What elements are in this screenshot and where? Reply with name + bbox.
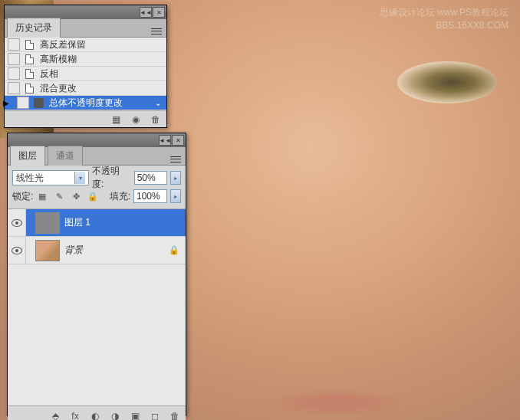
layer-list: 图层 1 背景 🔒	[8, 209, 186, 405]
blend-mode-value: 线性光	[16, 172, 44, 185]
close-button[interactable]: ✕	[153, 7, 165, 18]
blend-mode-select[interactable]: 线性光 ▾	[12, 170, 89, 185]
history-item[interactable]: 高反差保留	[5, 38, 166, 52]
delete-icon[interactable]: 🗑	[150, 113, 162, 126]
collapse-button[interactable]: ◄◄	[159, 135, 171, 146]
dropdown-arrow-icon: ▾	[74, 172, 85, 184]
history-item-selected[interactable]: ▶ 总体不透明度更改 ⌄	[5, 96, 166, 110]
layer-item-selected[interactable]: 图层 1	[8, 209, 186, 237]
history-source-checkbox[interactable]	[8, 67, 20, 80]
chevron-down-icon[interactable]: ⌄	[153, 99, 163, 107]
new-snapshot-icon[interactable]: ◉	[130, 113, 142, 126]
layer-name-label: 图层 1	[64, 216, 91, 229]
layer-controls: 线性光 ▾ 不透明度: 50% ▸ 锁定: ▦ ✎ ✥ 🔒 填充: 100% ▸	[8, 166, 186, 209]
link-layers-icon[interactable]: ⬘	[49, 410, 61, 421]
create-document-icon[interactable]: ▦	[110, 113, 122, 126]
history-tab-bar: 历史记录	[5, 19, 166, 38]
fill-slider-button[interactable]: ▸	[170, 189, 181, 203]
layers-tab-bar: 图层 通道	[8, 147, 186, 166]
group-icon[interactable]: ▣	[129, 410, 141, 421]
lock-transparent-icon[interactable]: ▦	[36, 190, 48, 202]
tab-layers[interactable]: 图层	[10, 146, 45, 166]
history-step-label: 高斯模糊	[40, 53, 77, 66]
history-source-checkbox[interactable]	[8, 82, 20, 94]
panel-menu-icon[interactable]	[150, 26, 163, 37]
visibility-toggle[interactable]	[8, 209, 26, 236]
lock-label: 锁定:	[12, 190, 33, 203]
lock-icon: 🔒	[169, 245, 179, 255]
new-layer-icon[interactable]: ◻	[149, 410, 161, 421]
history-list: 高反差保留 高斯模糊 反相 混合更改 ▶ 总体不透明度更改 ⌄	[5, 38, 166, 110]
collapse-button[interactable]: ◄◄	[140, 7, 152, 18]
tab-channels[interactable]: 通道	[48, 146, 83, 166]
lock-buttons: ▦ ✎ ✥ 🔒	[36, 190, 99, 202]
lock-position-icon[interactable]: ✥	[70, 190, 82, 202]
close-button[interactable]: ✕	[172, 135, 184, 146]
tab-history[interactable]: 历史记录	[7, 18, 61, 38]
history-footer: ▦ ◉ 🗑	[5, 110, 166, 127]
visibility-toggle[interactable]	[8, 237, 26, 264]
opacity-input[interactable]: 50%	[134, 171, 168, 185]
step-icon	[25, 40, 34, 50]
layer-item[interactable]: 背景 🔒	[8, 237, 186, 264]
lock-pixels-icon[interactable]: ✎	[53, 190, 65, 202]
layers-panel: ◄◄ ✕ 图层 通道 线性光 ▾ 不透明度: 50% ▸ 锁定: ▦ ✎ ✥ 🔒…	[7, 133, 186, 416]
layer-mask-icon[interactable]: ◐	[89, 410, 101, 421]
opacity-label: 不透明度:	[92, 165, 131, 191]
layer-thumbnail[interactable]	[35, 240, 60, 261]
history-source-checkbox[interactable]	[17, 97, 29, 109]
watermark-text: 思缘设计论坛 www.PS教程论坛 BBS.16XX8.COM	[380, 6, 508, 32]
history-item[interactable]: 混合更改	[5, 81, 166, 96]
delete-layer-icon[interactable]: 🗑	[169, 410, 181, 421]
opacity-slider-button[interactable]: ▸	[170, 171, 181, 185]
eye-icon	[12, 219, 22, 227]
history-item[interactable]: 高斯模糊	[5, 52, 166, 67]
history-source-checkbox[interactable]	[8, 53, 20, 65]
layer-name-label: 背景	[64, 244, 83, 257]
history-step-label: 混合更改	[40, 82, 77, 95]
history-step-label: 总体不透明度更改	[49, 97, 123, 110]
step-icon	[25, 84, 34, 94]
history-step-label: 高反差保留	[40, 38, 86, 51]
layer-style-icon[interactable]: fx	[69, 410, 81, 421]
panel-menu-icon[interactable]	[169, 154, 183, 165]
step-icon	[34, 98, 44, 108]
history-panel: ◄◄ ✕ 历史记录 高反差保留 高斯模糊 反相 混合更改 ▶	[4, 5, 167, 128]
layers-footer: ⬘ fx ◐ ◑ ▣ ◻ 🗑	[8, 405, 186, 420]
adjustment-layer-icon[interactable]: ◑	[109, 410, 121, 421]
current-step-arrow-icon: ▶	[3, 99, 9, 107]
layer-thumbnail[interactable]	[35, 212, 60, 234]
history-step-label: 反相	[40, 67, 58, 80]
step-icon	[25, 69, 34, 79]
eye-icon	[12, 247, 22, 254]
fill-label: 填充:	[110, 190, 130, 203]
history-item[interactable]: 反相	[5, 67, 166, 81]
history-source-checkbox[interactable]	[8, 38, 20, 51]
lock-all-icon[interactable]: 🔒	[87, 190, 99, 202]
step-icon	[25, 54, 34, 64]
fill-input[interactable]: 100%	[133, 189, 167, 203]
